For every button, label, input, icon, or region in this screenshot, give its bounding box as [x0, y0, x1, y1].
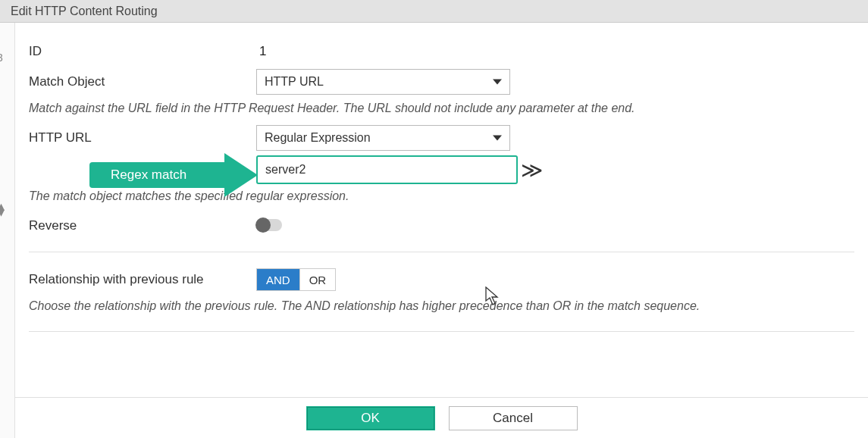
dialog-titlebar: Edit HTTP Content Routing — [0, 0, 868, 23]
row-http-url-type: HTTP URL Regular Expression — [29, 123, 854, 153]
row-http-url-value: ≫ — [29, 155, 854, 185]
row-match-object: Match Object HTTP URL — [29, 67, 854, 97]
dialog-body: Regex match ID 1 Match Object HTTP URL M… — [15, 23, 868, 438]
dialog-title-text: Edit HTTP Content Routing — [11, 5, 158, 17]
divider — [29, 331, 854, 332]
select-http-url-type-value: Regular Expression — [265, 131, 371, 145]
help-http-url: The match object matches the specified r… — [29, 185, 854, 211]
dialog-footer: OK Cancel — [15, 397, 868, 438]
bg-text: t3 — [0, 52, 3, 64]
help-relationship: Choose the relationship with the previou… — [29, 295, 854, 321]
select-http-url-type[interactable]: Regular Expression — [256, 125, 510, 151]
value-id: 1 — [256, 44, 266, 58]
label-relationship: Relationship with previous rule — [29, 272, 256, 287]
chevron-down-icon — [493, 136, 502, 141]
sort-icon: ▴▾ — [0, 203, 5, 215]
select-match-object[interactable]: HTTP URL — [256, 69, 510, 95]
row-id: ID 1 — [29, 36, 854, 67]
toggle-knob — [255, 217, 271, 233]
background-panel: t3 ▴▾ — [0, 23, 15, 438]
row-relationship: Relationship with previous rule AND OR — [29, 264, 854, 295]
chevron-down-icon — [493, 80, 502, 85]
select-match-object-value: HTTP URL — [265, 75, 324, 89]
input-http-url[interactable] — [256, 155, 518, 184]
label-reverse: Reverse — [29, 218, 256, 233]
label-http-url: HTTP URL — [29, 130, 256, 145]
ok-button[interactable]: OK — [306, 406, 435, 430]
toggle-reverse[interactable] — [256, 219, 282, 231]
row-reverse: Reverse — [29, 211, 854, 241]
expand-icon[interactable]: ≫ — [521, 156, 543, 183]
label-match-object: Match Object — [29, 74, 256, 89]
segment-relationship: AND OR — [256, 268, 336, 291]
help-match-object: Match against the URL field in the HTTP … — [29, 97, 854, 123]
label-id: ID — [29, 44, 256, 59]
divider — [29, 252, 854, 252]
segment-or[interactable]: OR — [300, 269, 336, 290]
segment-and[interactable]: AND — [257, 269, 300, 290]
cancel-button[interactable]: Cancel — [449, 406, 578, 430]
